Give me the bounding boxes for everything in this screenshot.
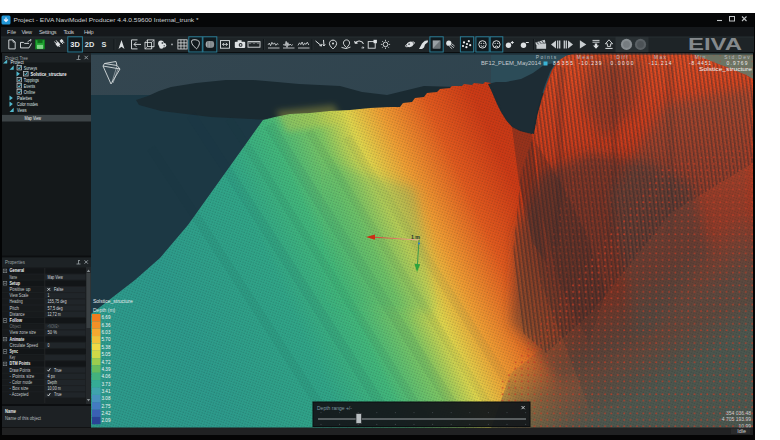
svg-text:Events: Events bbox=[24, 84, 36, 89]
svg-text:2D: 2D bbox=[85, 40, 95, 49]
svg-text:Map View: Map View bbox=[48, 275, 64, 280]
svg-text:Name of this object: Name of this object bbox=[5, 416, 42, 421]
svg-text:Positive up: Positive up bbox=[10, 287, 31, 292]
svg-text:5.38: 5.38 bbox=[102, 345, 111, 350]
svg-text:Toppings: Toppings bbox=[24, 78, 40, 83]
svg-text:Project - EIVA NaviModel Produ: Project - EIVA NaviModel Producer 4.4.0.… bbox=[14, 17, 200, 23]
svg-text:3D: 3D bbox=[70, 40, 80, 49]
svg-text:False: False bbox=[54, 287, 64, 292]
svg-text:DTM Points: DTM Points bbox=[10, 361, 31, 366]
svg-text:4.39: 4.39 bbox=[102, 367, 111, 372]
svg-text:Views: Views bbox=[17, 108, 27, 113]
svg-text:0.9769: 0.9769 bbox=[727, 61, 748, 66]
svg-text:Project: Project bbox=[11, 60, 25, 65]
svg-text:True: True bbox=[54, 392, 62, 397]
svg-text:6.69: 6.69 bbox=[102, 315, 111, 320]
svg-text:- Box size: - Box size bbox=[10, 386, 29, 391]
svg-text:3.73: 3.73 bbox=[102, 382, 111, 387]
svg-text:Solstice_structure: Solstice_structure bbox=[93, 298, 133, 304]
svg-text:S t d . D e v: S t d . D e v bbox=[724, 55, 750, 60]
svg-text:- Points size: - Points size bbox=[10, 374, 35, 379]
svg-text:1 m: 1 m bbox=[411, 234, 420, 240]
svg-text:View zone size: View zone size bbox=[10, 330, 37, 335]
svg-text:10,00 m: 10,00 m bbox=[48, 386, 61, 391]
svg-text:-10.239: -10.239 bbox=[579, 61, 602, 66]
svg-text:Depth (m): Depth (m) bbox=[93, 307, 116, 313]
svg-text:3.41: 3.41 bbox=[102, 389, 111, 394]
svg-text:4.72: 4.72 bbox=[102, 360, 111, 365]
svg-text:57,5 deg: 57,5 deg bbox=[48, 306, 63, 311]
svg-text:Idle: Idle bbox=[737, 428, 746, 434]
svg-text:Name: Name bbox=[5, 409, 16, 414]
svg-text:Surveys: Surveys bbox=[24, 66, 38, 71]
svg-text:0.0000: 0.0000 bbox=[611, 61, 634, 66]
svg-text:- Accepted: - Accepted bbox=[10, 392, 29, 397]
svg-text:Animate: Animate bbox=[10, 337, 25, 342]
svg-text:M a x: M a x bbox=[654, 55, 667, 60]
svg-text:Distance: Distance bbox=[10, 312, 25, 317]
svg-text:M e a n: M e a n bbox=[577, 55, 594, 60]
svg-text:Sync: Sync bbox=[10, 349, 19, 354]
svg-text:4 705 193.99: 4 705 193.99 bbox=[722, 416, 751, 422]
svg-text:155,75 deg: 155,75 deg bbox=[48, 299, 67, 304]
svg-text:EIVA: EIVA bbox=[688, 35, 742, 53]
svg-text:6.36: 6.36 bbox=[102, 323, 111, 328]
svg-text:4.06: 4.06 bbox=[102, 374, 111, 379]
svg-text:3.08: 3.08 bbox=[102, 396, 111, 401]
svg-text:Depth range +/-: Depth range +/- bbox=[317, 405, 352, 411]
svg-text:P o i n t s: P o i n t s bbox=[536, 55, 557, 60]
svg-text:Online: Online bbox=[24, 90, 36, 95]
svg-text:1: 1 bbox=[48, 293, 50, 298]
svg-text:Circulate Speed: Circulate Speed bbox=[10, 343, 39, 348]
svg-text:Depth: Depth bbox=[48, 380, 58, 385]
svg-text:Heading: Heading bbox=[10, 299, 24, 304]
svg-text:View: View bbox=[22, 29, 33, 35]
svg-text:Tools: Tools bbox=[64, 29, 75, 35]
svg-text:Setup: Setup bbox=[10, 281, 21, 286]
svg-text:True: True bbox=[54, 368, 62, 373]
svg-text:Properties: Properties bbox=[5, 259, 25, 265]
svg-text:Name: Name bbox=[10, 275, 18, 280]
svg-text:354 036.48: 354 036.48 bbox=[726, 410, 751, 416]
svg-text:2.42: 2.42 bbox=[102, 411, 111, 416]
svg-text:12,72 m: 12,72 m bbox=[48, 312, 61, 317]
svg-text:BF12_PLEM_May2014: BF12_PLEM_May2014 bbox=[481, 61, 541, 66]
svg-text:File: File bbox=[7, 29, 16, 35]
svg-text:Solstice_structure: Solstice_structure bbox=[699, 67, 752, 72]
svg-text:Object: Object bbox=[10, 324, 22, 329]
svg-text:6.03: 6.03 bbox=[102, 330, 111, 335]
svg-text:Solstice_structure: Solstice_structure bbox=[31, 72, 67, 77]
svg-text:2.09: 2.09 bbox=[102, 418, 111, 423]
svg-text:M i n: M i n bbox=[695, 55, 706, 60]
svg-text:Key: Key bbox=[10, 355, 16, 360]
svg-text:<NONE>: <NONE> bbox=[48, 324, 60, 329]
svg-text:Draw Points: Draw Points bbox=[10, 368, 31, 373]
svg-text:5.70: 5.70 bbox=[102, 337, 111, 342]
svg-text:Map View: Map View bbox=[25, 116, 42, 121]
svg-text:General: General bbox=[10, 268, 25, 273]
svg-text:4 px: 4 px bbox=[48, 374, 56, 379]
svg-text:Pitch: Pitch bbox=[10, 306, 20, 311]
svg-text:Help: Help bbox=[84, 29, 94, 35]
svg-text:- Color mode: - Color mode bbox=[10, 380, 33, 385]
svg-text:Color modes: Color modes bbox=[17, 102, 38, 107]
svg-text:S: S bbox=[102, 40, 107, 49]
svg-text:Settings: Settings bbox=[39, 29, 57, 35]
svg-text:0: 0 bbox=[48, 343, 50, 348]
svg-text:View Scale: View Scale bbox=[10, 293, 29, 298]
svg-text:Follow: Follow bbox=[10, 318, 23, 323]
svg-text:-8.4451: -8.4451 bbox=[689, 61, 711, 66]
svg-text:50 %: 50 % bbox=[48, 330, 58, 335]
svg-text:Palettes: Palettes bbox=[17, 96, 33, 101]
svg-text:5.05: 5.05 bbox=[102, 352, 111, 357]
svg-text:-11.214: -11.214 bbox=[649, 61, 672, 66]
svg-text:2.75: 2.75 bbox=[102, 404, 111, 409]
svg-text:D i f f: D i f f bbox=[616, 55, 628, 60]
